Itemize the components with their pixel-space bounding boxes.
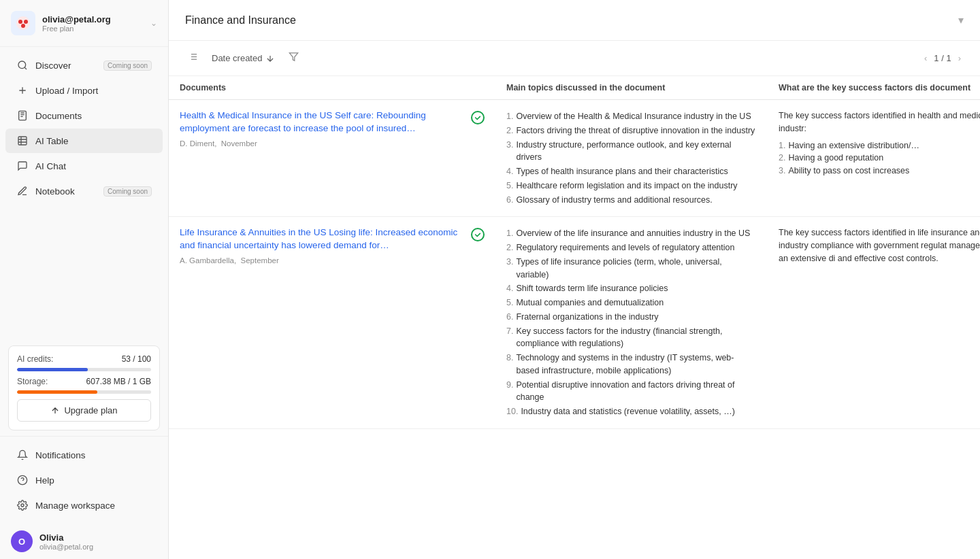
credits-progress-fill bbox=[17, 368, 88, 371]
sidebar-item-ai-table[interactable]: AI Table bbox=[5, 129, 163, 153]
list-item: 3.Ability to pass on cost increases bbox=[779, 165, 980, 177]
sidebar-item-ai-chat[interactable]: AI Chat bbox=[5, 154, 163, 178]
ksf-list-1: 1.Having an extensive distribution/… 2.H… bbox=[779, 139, 980, 177]
page-info: 1 / 1 bbox=[934, 53, 951, 63]
sidebar-item-upload[interactable]: Upload / Import bbox=[5, 78, 163, 103]
footer-user-name: Olivia bbox=[39, 532, 93, 543]
list-item: 3.Industry structure, performance outloo… bbox=[506, 138, 757, 165]
topics-cell-1: 1.Overview of the Health & Medical Insur… bbox=[495, 100, 768, 217]
sort-button[interactable]: Date created bbox=[206, 50, 280, 66]
topics-list-2: 1.Overview of the life insurance and ann… bbox=[506, 226, 757, 419]
help-icon bbox=[16, 474, 29, 486]
nav-item-label: AI Chat bbox=[35, 161, 66, 171]
list-item: 3.Types of life insurance policies (term… bbox=[506, 255, 757, 282]
documents-table: Documents Main topics discussed in the d… bbox=[169, 76, 980, 429]
gear-icon bbox=[16, 499, 29, 511]
doc-title-link-1[interactable]: Health & Medical Insurance in the US Sel… bbox=[180, 109, 485, 135]
doc-date-1: November bbox=[221, 139, 257, 148]
credits-storage-panel: AI credits: 53 / 100 Storage: 607.38 MB … bbox=[8, 345, 160, 430]
header-chevron-icon[interactable]: ▾ bbox=[958, 14, 964, 27]
list-item: 2.Regulatory requirements and levels of … bbox=[506, 241, 757, 255]
sidebar-item-documents[interactable]: Documents bbox=[5, 103, 163, 128]
list-item: 4.Shift towards term life insurance poli… bbox=[506, 282, 757, 296]
nav-item-label: Discover bbox=[35, 61, 71, 71]
doc-meta-1: D. Diment, November bbox=[180, 139, 485, 148]
document-icon bbox=[16, 109, 29, 122]
nav-item-label: Upload / Import bbox=[35, 86, 98, 96]
nav-item-label: Documents bbox=[35, 111, 82, 121]
list-item: 1.Overview of the Health & Medical Insur… bbox=[506, 109, 757, 124]
list-item: 4.Types of health insurance plans and th… bbox=[506, 165, 757, 179]
main-content: Finance and Insurance ▾ Date created ‹ 1… bbox=[169, 0, 980, 559]
nav-item-label: Notifications bbox=[35, 450, 86, 460]
doc-title-text-2: Life Insurance & Annuities in the US Los… bbox=[180, 226, 466, 252]
credits-label: AI credits: bbox=[17, 354, 53, 364]
filter-icon[interactable] bbox=[286, 49, 301, 67]
discover-badge: Coming soon bbox=[103, 61, 152, 71]
table-wrapper: Documents Main topics discussed in the d… bbox=[169, 76, 980, 559]
upgrade-plan-button[interactable]: Upgrade plan bbox=[17, 399, 151, 422]
sidebar-user-info: olivia@petal.org Free plan bbox=[42, 14, 144, 33]
list-item: 6.Glossary of industry terms and additio… bbox=[506, 193, 757, 207]
sort-label: Date created bbox=[212, 53, 262, 63]
nav-item-label: AI Table bbox=[35, 136, 69, 146]
nav-item-label: Notebook bbox=[35, 186, 75, 197]
sidebar-bottom-nav: Notifications Help Manage workspace bbox=[0, 436, 168, 524]
sidebar-item-help[interactable]: Help bbox=[5, 468, 163, 492]
list-item: 5.Healthcare reform legislation and its … bbox=[506, 179, 757, 193]
storage-progress-bar bbox=[17, 390, 151, 394]
svg-point-2 bbox=[24, 20, 28, 24]
col-documents: Documents bbox=[169, 76, 495, 100]
checkmark-svg bbox=[474, 114, 481, 121]
toolbar: Date created ‹ 1 / 1 › bbox=[169, 41, 980, 76]
doc-cell-1: Health & Medical Insurance in the US Sel… bbox=[169, 100, 495, 217]
ksf-cell-1: The key success factors identified in he… bbox=[768, 100, 980, 217]
bell-icon bbox=[16, 449, 29, 461]
svg-rect-6 bbox=[18, 137, 27, 145]
credits-value: 53 / 100 bbox=[122, 354, 151, 364]
sidebar-header[interactable]: olivia@petal.org Free plan ⌄ bbox=[0, 0, 168, 47]
svg-marker-15 bbox=[290, 53, 299, 61]
list-item: 9.Potential disruptive innovation and fa… bbox=[506, 378, 757, 405]
search-icon bbox=[16, 59, 29, 71]
sidebar-item-notebook[interactable]: Notebook Coming soon bbox=[5, 179, 163, 203]
prev-page-button[interactable]: ‹ bbox=[921, 52, 930, 65]
sidebar-user-footer[interactable]: O Olivia olivia@petal.org bbox=[0, 524, 168, 559]
doc-cell-2: Life Insurance & Annuities in the US Los… bbox=[169, 217, 495, 429]
upgrade-icon bbox=[50, 406, 60, 416]
ksf-intro-2: The key success factors identified in li… bbox=[779, 226, 980, 265]
nav-item-label: Manage workspace bbox=[35, 501, 115, 511]
workspace-title: Finance and Insurance bbox=[185, 14, 296, 27]
user-plan: Free plan bbox=[42, 24, 144, 33]
sidebar-item-manage-workspace[interactable]: Manage workspace bbox=[5, 493, 163, 518]
topics-list-1: 1.Overview of the Health & Medical Insur… bbox=[506, 109, 757, 207]
sidebar: olivia@petal.org Free plan ⌄ Discover Co… bbox=[0, 0, 169, 559]
sidebar-chevron-icon[interactable]: ⌄ bbox=[150, 18, 157, 28]
footer-user-email: olivia@petal.org bbox=[39, 543, 93, 551]
ksf-intro-1: The key success factors identified in he… bbox=[779, 109, 980, 135]
credits-progress-bar bbox=[17, 368, 151, 371]
svg-point-4 bbox=[18, 61, 26, 69]
sidebar-item-discover[interactable]: Discover Coming soon bbox=[5, 53, 163, 78]
filter-lines-icon[interactable] bbox=[185, 49, 201, 67]
list-item: 1.Having an extensive distribution/… bbox=[779, 139, 980, 152]
sidebar-item-notifications[interactable]: Notifications bbox=[5, 443, 163, 467]
ksf-cell-2: The key success factors identified in li… bbox=[768, 217, 980, 429]
doc-author-2: A. Gambardella bbox=[180, 256, 234, 265]
svg-point-3 bbox=[21, 24, 25, 28]
col-main-topics: Main topics discussed in the document bbox=[495, 76, 768, 100]
pencil-icon bbox=[16, 185, 29, 197]
doc-date-2: September bbox=[241, 256, 279, 265]
plus-icon bbox=[16, 84, 29, 97]
doc-title-link-2[interactable]: Life Insurance & Annuities in the US Los… bbox=[180, 226, 485, 252]
footer-user-details: Olivia olivia@petal.org bbox=[39, 532, 93, 551]
next-page-button[interactable]: › bbox=[956, 52, 964, 65]
doc-meta-2: A. Gambardella, September bbox=[180, 256, 485, 265]
svg-rect-5 bbox=[19, 111, 27, 120]
check-icon-2 bbox=[471, 228, 485, 241]
chat-icon bbox=[16, 160, 29, 172]
svg-point-1 bbox=[18, 20, 22, 24]
list-item: 8.Technology and systems in the industry… bbox=[506, 351, 757, 378]
pagination: ‹ 1 / 1 › bbox=[921, 52, 964, 65]
table-icon bbox=[16, 135, 29, 147]
